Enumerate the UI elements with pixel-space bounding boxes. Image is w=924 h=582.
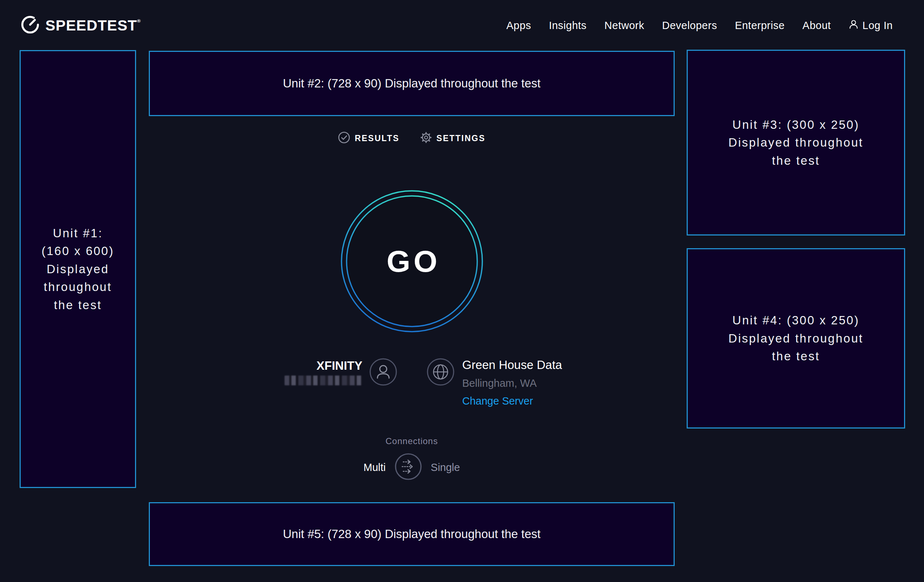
- tab-settings[interactable]: SETTINGS: [420, 131, 485, 145]
- nav-item-developers[interactable]: Developers: [662, 20, 717, 31]
- ad-line: the test: [54, 296, 102, 314]
- ad-unit-2[interactable]: Unit #2: (728 x 90) Displayed throughout…: [149, 51, 675, 116]
- nav-item-insights[interactable]: Insights: [549, 20, 586, 31]
- ad-unit-3[interactable]: Unit #3: (300 x 250) Displayed throughou…: [686, 50, 905, 236]
- ad-line: Displayed: [47, 260, 109, 278]
- ad-line: (160 x 600): [42, 242, 114, 260]
- server-block: Green House Data Bellingham, WA Change S…: [412, 358, 675, 406]
- go-label: GO: [341, 190, 483, 332]
- ad-line: Displayed throughout: [728, 330, 863, 348]
- change-server-link[interactable]: Change Server: [462, 396, 533, 406]
- login-link[interactable]: Log In: [848, 19, 893, 32]
- speedometer-icon: [20, 15, 40, 36]
- ad-line: Unit #3: (300 x 250): [733, 116, 860, 134]
- isp-block: XFINITY: [149, 358, 412, 406]
- test-meta-row: XFINITY Green Hous: [149, 358, 675, 406]
- user-circle-icon: [369, 358, 398, 387]
- isp-name: XFINITY: [285, 358, 363, 373]
- user-icon: [848, 19, 859, 32]
- login-label: Log In: [862, 20, 893, 31]
- speedtest-page: SPEEDTEST® Apps Insights Network Develop…: [0, 0, 924, 582]
- ad-unit-4[interactable]: Unit #4: (300 x 250) Displayed throughou…: [686, 248, 905, 429]
- results-label: RESULTS: [355, 134, 399, 143]
- ad-line: Unit #1:: [53, 224, 103, 242]
- connections-mode-single[interactable]: Single: [431, 462, 460, 473]
- ad-line: Unit #4: (300 x 250): [733, 311, 860, 330]
- speedtest-logo[interactable]: SPEEDTEST®: [20, 0, 141, 51]
- nav-item-apps[interactable]: Apps: [506, 20, 531, 31]
- tab-results[interactable]: RESULTS: [338, 131, 399, 145]
- nav-item-enterprise[interactable]: Enterprise: [735, 20, 785, 31]
- ad-line: Displayed throughout: [728, 134, 863, 152]
- connections-mode-multi[interactable]: Multi: [364, 462, 386, 473]
- nav-item-network[interactable]: Network: [604, 20, 644, 31]
- nav-item-about[interactable]: About: [802, 20, 831, 31]
- ad-line: Unit #5: (728 x 90) Displayed throughout…: [283, 525, 541, 543]
- view-tabs: RESULTS: [149, 131, 675, 145]
- settings-label: SETTINGS: [437, 134, 485, 143]
- check-circle-icon: [338, 131, 350, 145]
- ad-line: Unit #2: (728 x 90) Displayed throughout…: [283, 74, 541, 92]
- connections-label: Connections: [385, 436, 438, 447]
- brand-name: SPEEDTEST®: [45, 17, 141, 34]
- ad-unit-1[interactable]: Unit #1: (160 x 600) Displayed throughou…: [20, 50, 136, 488]
- top-nav-bar: SPEEDTEST® Apps Insights Network Develop…: [0, 0, 924, 51]
- ad-line: the test: [772, 347, 820, 365]
- main-nav: Apps Insights Network Developers Enterpr…: [506, 0, 893, 51]
- globe-icon: [426, 358, 455, 387]
- server-provider: Green House Data: [462, 358, 562, 372]
- server-location: Bellingham, WA: [462, 378, 537, 389]
- redacted-isp-details: [285, 376, 363, 385]
- ad-unit-5[interactable]: Unit #5: (728 x 90) Displayed throughout…: [149, 502, 675, 566]
- ad-line: throughout: [44, 278, 112, 296]
- ad-line: the test: [772, 152, 820, 170]
- connections-toggle-icon[interactable]: [394, 453, 422, 482]
- trademark-mark: ®: [137, 18, 141, 23]
- go-button[interactable]: GO: [341, 190, 483, 332]
- connections-section: Connections Multi Single: [149, 436, 675, 482]
- gear-icon: [420, 131, 432, 145]
